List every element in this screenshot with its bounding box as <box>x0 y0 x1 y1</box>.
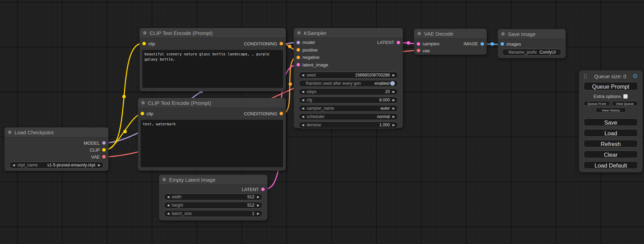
widget-sampler-name[interactable]: ◀ sampler_name euler ▶ <box>299 105 398 112</box>
image-port-icon[interactable] <box>480 42 484 46</box>
output-port-model[interactable]: MODEL <box>84 141 106 146</box>
input-port-model[interactable]: model <box>297 40 315 45</box>
output-port-conditioning[interactable]: CONDITIONING <box>244 111 283 116</box>
increment-arrow-icon[interactable]: ▶ <box>392 90 395 93</box>
decrement-arrow-icon[interactable]: ◀ <box>302 115 304 118</box>
widget-batch-size[interactable]: ◀ batch_size 1 ▶ <box>164 210 263 217</box>
decrement-arrow-icon[interactable]: ◀ <box>302 90 304 93</box>
widget-denoise[interactable]: ◀ denoise 1.000 ▶ <box>299 121 398 128</box>
collapse-dot[interactable] <box>8 130 11 134</box>
node-vae-decode[interactable]: VAE Decode samples IMAGE vae <box>414 29 487 55</box>
widget-filename-prefix[interactable]: filename_prefix ComfyUI <box>502 49 562 56</box>
increment-arrow-icon[interactable]: ▶ <box>392 115 395 118</box>
input-port-images[interactable]: images <box>501 42 521 47</box>
decrement-arrow-icon[interactable]: ◀ <box>167 212 169 215</box>
image-port-icon[interactable] <box>501 42 504 46</box>
input-port-negative[interactable]: negative <box>297 55 319 60</box>
increment-arrow-icon[interactable]: ▶ <box>392 74 395 77</box>
increment-arrow-icon[interactable]: ▶ <box>392 124 395 127</box>
input-port-samples[interactable]: samples <box>417 41 439 46</box>
refresh-button[interactable]: Refresh <box>584 140 638 147</box>
clear-button[interactable]: Clear <box>584 151 638 158</box>
collapse-dot[interactable] <box>141 101 145 105</box>
collapse-dot[interactable] <box>143 31 147 35</box>
view-history-button[interactable]: View History <box>596 108 626 112</box>
decrement-arrow-icon[interactable]: ◀ <box>167 196 169 199</box>
node-title-bar[interactable]: CLIP Text Encode (Prompt) <box>140 28 286 38</box>
input-port-clip[interactable]: clip <box>141 111 153 116</box>
node-clip-text-encode-positive[interactable]: CLIP Text Encode (Prompt) clip CONDITION… <box>140 28 286 91</box>
conditioning-port-icon[interactable] <box>297 56 300 59</box>
toggle-on-icon[interactable] <box>390 81 395 86</box>
widget-width[interactable]: ◀ width 512 ▶ <box>164 193 263 200</box>
node-save-image[interactable]: Save Image images filename_prefix ComfyU… <box>498 29 566 58</box>
node-title-bar[interactable]: Save Image <box>498 29 566 39</box>
clip-port-icon[interactable] <box>142 42 146 45</box>
decrement-arrow-icon[interactable]: ◀ <box>302 107 304 110</box>
view-queue-button[interactable]: View Queue <box>612 101 638 106</box>
queue-prompt-button[interactable]: Queue Prompt <box>584 82 638 90</box>
latent-port-icon[interactable] <box>397 41 400 44</box>
node-empty-latent-image[interactable]: Empty Latent Image LATENT ◀ width 512 ▶ … <box>159 175 267 220</box>
vae-port-icon[interactable] <box>417 49 420 52</box>
increment-arrow-icon[interactable]: ▶ <box>257 212 259 215</box>
widget-ckpt-name[interactable]: ◀ ckpt_name v1-5-pruned-emaonly.ckpt ▶ <box>9 162 104 169</box>
conditioning-port-icon[interactable] <box>280 42 283 45</box>
node-graph-canvas[interactable]: Load Checkpoint MODEL CLIP VAE ◀ ckpt_na… <box>0 0 644 244</box>
latent-port-icon[interactable] <box>417 42 420 46</box>
vae-port-icon[interactable] <box>102 155 106 159</box>
output-port-clip[interactable]: CLIP <box>90 147 106 153</box>
increment-arrow-icon[interactable]: ▶ <box>392 107 395 110</box>
queue-menu-panel[interactable]: Queue size: 0 ⚙ Queue Prompt Extra optio… <box>579 70 643 172</box>
node-title-bar[interactable]: CLIP Text Encode (Prompt) <box>138 98 286 108</box>
widget-height[interactable]: ◀ height 512 ▶ <box>164 202 263 209</box>
extra-options-checkbox[interactable] <box>623 94 628 99</box>
input-port-vae[interactable]: vae <box>417 48 430 53</box>
node-clip-text-encode-negative[interactable]: CLIP Text Encode (Prompt) clip CONDITION… <box>138 98 286 171</box>
conditioning-port-icon[interactable] <box>280 112 283 115</box>
load-button[interactable]: Load <box>584 129 638 137</box>
increment-arrow-icon[interactable]: ▶ <box>257 196 259 199</box>
collapse-dot[interactable] <box>162 178 166 181</box>
load-default-button[interactable]: Load Default <box>584 161 638 169</box>
queue-front-button[interactable]: Queue Front <box>584 101 610 106</box>
latent-port-icon[interactable] <box>297 63 300 66</box>
decrement-arrow-icon[interactable]: ◀ <box>167 204 169 207</box>
output-port-conditioning[interactable]: CONDITIONING <box>244 41 283 46</box>
increment-arrow-icon[interactable]: ▶ <box>98 164 100 167</box>
collapse-dot[interactable] <box>417 32 421 35</box>
node-title-bar[interactable]: Load Checkpoint <box>5 127 108 137</box>
node-title-bar[interactable]: KSampler <box>294 28 403 38</box>
widget-steps[interactable]: ◀ steps 20 ▶ <box>299 88 398 95</box>
decrement-arrow-icon[interactable]: ◀ <box>302 74 304 77</box>
decrement-arrow-icon[interactable]: ◀ <box>302 124 304 127</box>
output-port-latent[interactable]: LATENT <box>242 187 265 192</box>
collapse-dot[interactable] <box>501 32 505 36</box>
latent-port-icon[interactable] <box>261 188 265 191</box>
input-port-latent-image[interactable]: latent_image <box>297 62 328 67</box>
node-ksampler[interactable]: KSampler model LATENT positive negative … <box>294 28 403 128</box>
model-port-icon[interactable] <box>297 41 300 44</box>
prompt-textarea[interactable]: beautiful scenery nature glass bottle la… <box>142 50 283 88</box>
increment-arrow-icon[interactable]: ▶ <box>392 99 395 102</box>
output-port-latent[interactable]: LATENT <box>377 40 400 45</box>
input-port-clip[interactable]: clip <box>142 41 155 46</box>
conditioning-port-icon[interactable] <box>297 48 300 52</box>
clip-port-icon[interactable] <box>102 148 106 152</box>
widget-random-seed-toggle[interactable]: Random seed after every gen enabled <box>299 80 398 87</box>
model-port-icon[interactable] <box>102 141 106 145</box>
decrement-arrow-icon[interactable]: ◀ <box>12 164 15 167</box>
clip-port-icon[interactable] <box>141 112 144 115</box>
increment-arrow-icon[interactable]: ▶ <box>257 204 259 207</box>
node-title-bar[interactable]: VAE Decode <box>414 29 487 38</box>
widget-seed[interactable]: ◀ seed 156680208700286 ▶ <box>299 72 398 79</box>
drag-handle-icon[interactable] <box>584 74 587 79</box>
node-load-checkpoint[interactable]: Load Checkpoint MODEL CLIP VAE ◀ ckpt_na… <box>5 127 108 171</box>
decrement-arrow-icon[interactable]: ◀ <box>302 99 304 102</box>
widget-cfg[interactable]: ◀ cfg 8.000 ▶ <box>299 97 398 103</box>
output-port-image[interactable]: IMAGE <box>464 41 484 46</box>
node-title-bar[interactable]: Empty Latent Image <box>159 175 267 184</box>
save-button[interactable]: Save <box>584 118 638 126</box>
input-port-positive[interactable]: positive <box>297 47 318 53</box>
prompt-textarea[interactable]: text, watermark <box>141 120 283 167</box>
